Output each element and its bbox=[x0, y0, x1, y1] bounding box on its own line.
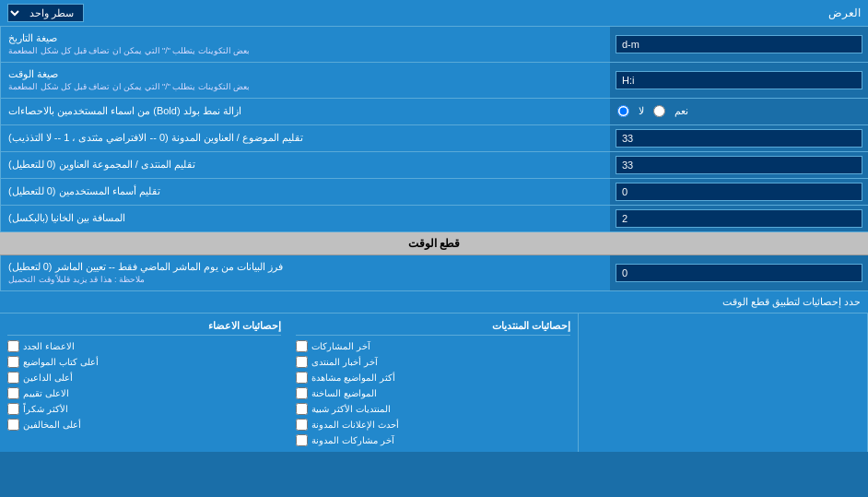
cb-forum-4[interactable] bbox=[296, 387, 308, 399]
time-format-row: صيغة الوقت بعض التكوينات يتطلب "/" التي … bbox=[0, 63, 868, 99]
cb-member-3-label: أعلى الداعين bbox=[23, 373, 73, 383]
cb-member-6-label: أعلى المخالفين bbox=[23, 420, 81, 430]
username-trim-input-cell bbox=[610, 179, 868, 205]
date-format-input[interactable] bbox=[616, 35, 862, 53]
checkbox-item: المواضيع الساخنة bbox=[296, 385, 569, 401]
cb-member-6[interactable] bbox=[7, 419, 19, 431]
cb-forum-5-label: المنتديات الأكثر شبية bbox=[311, 404, 391, 414]
date-format-input-cell bbox=[610, 27, 868, 62]
username-trim-row: تقليم أسماء المستخدمين (0 للتعطيل) bbox=[0, 179, 868, 206]
member-stats-header: إحصائيات الاعضاء bbox=[7, 317, 281, 336]
stats-header-label: حدد إحصائيات لتطبيق قطع الوقت bbox=[7, 296, 861, 308]
cb-forum-6[interactable] bbox=[296, 419, 308, 431]
radio-no-label: لا bbox=[639, 105, 644, 117]
cb-forum-7[interactable] bbox=[296, 434, 308, 446]
cb-member-5-label: الأكثر شكراً bbox=[23, 404, 68, 414]
cb-forum-3[interactable] bbox=[296, 372, 308, 384]
cb-forum-2-label: آخر أخبار المنتدى bbox=[311, 357, 378, 367]
space-between-label: المسافة بين الخانيا (بالبكسل) bbox=[0, 206, 610, 231]
forum-stats-col: إحصائيات المنتديات آخر المشاركات آخر أخب… bbox=[288, 314, 578, 452]
remove-bold-input-cell: نعم لا bbox=[610, 99, 868, 124]
radio-yes[interactable] bbox=[653, 105, 665, 117]
cb-member-1-label: الاعضاء الجدد bbox=[23, 341, 75, 351]
cb-forum-1-label: آخر المشاركات bbox=[311, 341, 370, 351]
forum-stats-header: إحصائيات المنتديات bbox=[296, 317, 569, 336]
checkbox-item: أعلى المخالفين bbox=[7, 417, 281, 432]
topic-order-input-cell bbox=[610, 125, 868, 151]
forum-order-row: تقليم المنتدى / المجموعة العناوين (0 للت… bbox=[0, 152, 868, 179]
display-label: العرض bbox=[828, 6, 861, 19]
display-row: العرض سطر واحد bbox=[0, 0, 868, 27]
space-between-row: المسافة بين الخانيا (بالبكسل) bbox=[0, 206, 868, 232]
cut-time-input[interactable] bbox=[616, 264, 862, 282]
cb-forum-3-label: أكثر المواضيع مشاهدة bbox=[311, 373, 395, 383]
topic-order-input[interactable] bbox=[616, 129, 862, 148]
checkbox-item: آخر مشاركات المدونة bbox=[296, 432, 569, 448]
cb-forum-6-label: أحدث الإعلانات المدونة bbox=[311, 420, 399, 430]
checkbox-item: أعلى الداعين bbox=[7, 370, 281, 385]
display-select[interactable]: سطر واحد bbox=[7, 4, 84, 22]
cut-time-input-cell bbox=[610, 255, 868, 290]
username-trim-input[interactable] bbox=[616, 183, 862, 201]
remove-bold-radio-group: نعم لا bbox=[616, 105, 688, 117]
radio-yes-label: نعم bbox=[674, 105, 688, 117]
cb-forum-5[interactable] bbox=[296, 403, 308, 415]
forum-order-input-cell bbox=[610, 152, 868, 178]
forum-order-label: تقليم المنتدى / المجموعة العناوين (0 للت… bbox=[0, 152, 610, 178]
checkbox-item: الاعلى تقييم bbox=[7, 385, 281, 401]
date-format-label: صيغة التاريخ بعض التكوينات يتطلب "/" الت… bbox=[0, 27, 610, 62]
cut-time-row: فرز البيانات من يوم الماشر الماضي فقط --… bbox=[0, 255, 868, 291]
cb-member-4-label: الاعلى تقييم bbox=[23, 388, 69, 398]
cb-forum-1[interactable] bbox=[296, 340, 308, 352]
time-format-label: صيغة الوقت بعض التكوينات يتطلب "/" التي … bbox=[0, 63, 610, 98]
space-between-input-cell bbox=[610, 206, 868, 231]
checkbox-item: أكثر المواضيع مشاهدة bbox=[296, 370, 569, 385]
topic-order-row: تقليم الموضوع / العناوين المدونة (0 -- ا… bbox=[0, 125, 868, 152]
date-format-row: صيغة التاريخ بعض التكوينات يتطلب "/" الت… bbox=[0, 27, 868, 63]
cb-member-5[interactable] bbox=[7, 403, 19, 415]
checkbox-item: آخر المشاركات bbox=[296, 338, 569, 354]
empty-left-col bbox=[579, 314, 868, 452]
topic-order-label: تقليم الموضوع / العناوين المدونة (0 -- ا… bbox=[0, 125, 610, 151]
checkbox-item: المنتديات الأكثر شبية bbox=[296, 401, 569, 417]
time-format-input[interactable] bbox=[616, 71, 862, 89]
checkbox-item: الاعضاء الجدد bbox=[7, 338, 281, 354]
member-stats-col: إحصائيات الاعضاء الاعضاء الجدد أعلى كتاب… bbox=[0, 314, 288, 452]
checkbox-item: الأكثر شكراً bbox=[7, 401, 281, 417]
space-between-input[interactable] bbox=[616, 209, 862, 228]
cb-member-2-label: أعلى كتاب المواضيع bbox=[23, 357, 99, 367]
cb-member-4[interactable] bbox=[7, 387, 19, 399]
cb-member-1[interactable] bbox=[7, 340, 19, 352]
checkbox-columns: إحصائيات المنتديات آخر المشاركات آخر أخب… bbox=[0, 314, 868, 452]
main-container: العرض سطر واحد صيغة التاريخ بعض التكوينا… bbox=[0, 0, 868, 452]
time-format-input-cell bbox=[610, 63, 868, 98]
checkbox-item: أعلى كتاب المواضيع bbox=[7, 354, 281, 370]
checkbox-item: أحدث الإعلانات المدونة bbox=[296, 417, 569, 432]
cb-forum-2[interactable] bbox=[296, 356, 308, 368]
cb-forum-7-label: آخر مشاركات المدونة bbox=[311, 435, 394, 445]
checkbox-item: آخر أخبار المنتدى bbox=[296, 354, 569, 370]
cb-member-2[interactable] bbox=[7, 356, 19, 368]
forum-order-input[interactable] bbox=[616, 156, 862, 174]
remove-bold-row: نعم لا ازالة نمط بولد (Bold) من اسماء ال… bbox=[0, 99, 868, 125]
cut-time-header: قطع الوقت bbox=[0, 232, 868, 255]
stats-header-row: حدد إحصائيات لتطبيق قطع الوقت bbox=[0, 291, 868, 314]
username-trim-label: تقليم أسماء المستخدمين (0 للتعطيل) bbox=[0, 179, 610, 205]
cut-time-label: فرز البيانات من يوم الماشر الماضي فقط --… bbox=[0, 255, 610, 290]
cb-member-3[interactable] bbox=[7, 372, 19, 384]
radio-no[interactable] bbox=[617, 105, 629, 117]
cb-forum-4-label: المواضيع الساخنة bbox=[311, 388, 377, 398]
remove-bold-label: ازالة نمط بولد (Bold) من اسماء المستخدمي… bbox=[0, 99, 610, 124]
